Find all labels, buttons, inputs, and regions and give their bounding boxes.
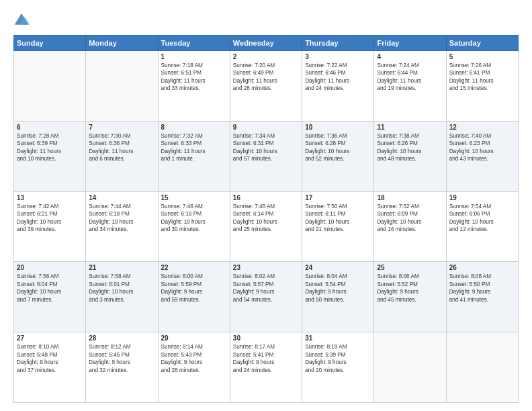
- day-number: 30: [233, 334, 299, 342]
- day-number: 11: [377, 124, 443, 131]
- day-info: Sunrise: 8:00 AMSunset: 5:59 PMDaylight:…: [161, 273, 227, 304]
- day-info: Sunrise: 7:26 AMSunset: 6:41 PMDaylight:…: [449, 62, 515, 93]
- day-number: 4: [377, 53, 443, 60]
- day-number: 14: [89, 194, 154, 201]
- day-info: Sunrise: 7:22 AMSunset: 6:46 PMDaylight:…: [305, 62, 371, 93]
- day-number: 19: [449, 194, 515, 201]
- day-info: Sunrise: 7:36 AMSunset: 6:28 PMDaylight:…: [305, 132, 371, 163]
- day-info: Sunrise: 7:54 AMSunset: 6:06 PMDaylight:…: [449, 203, 515, 234]
- day-number: 10: [305, 124, 371, 131]
- day-info: Sunrise: 7:56 AMSunset: 6:04 PMDaylight:…: [17, 273, 83, 304]
- day-number: 17: [305, 194, 371, 201]
- day-number: 6: [17, 124, 83, 131]
- day-info: Sunrise: 8:14 AMSunset: 5:43 PMDaylight:…: [161, 343, 227, 374]
- day-cell: 22Sunrise: 8:00 AMSunset: 5:59 PMDayligh…: [158, 262, 230, 332]
- day-cell: 15Sunrise: 7:46 AMSunset: 6:16 PMDayligh…: [158, 191, 230, 262]
- day-number: 12: [449, 124, 515, 131]
- day-number: 15: [161, 194, 227, 201]
- page: SundayMondayTuesdayWednesdayThursdayFrid…: [0, 0, 532, 411]
- day-cell: 2Sunrise: 7:20 AMSunset: 6:49 PMDaylight…: [230, 51, 302, 122]
- week-row-1: 1Sunrise: 7:18 AMSunset: 6:51 PMDaylight…: [14, 51, 519, 122]
- day-number: 24: [305, 264, 371, 271]
- day-number: 21: [89, 264, 154, 271]
- day-info: Sunrise: 8:04 AMSunset: 5:54 PMDaylight:…: [305, 273, 371, 304]
- day-info: Sunrise: 7:48 AMSunset: 6:14 PMDaylight:…: [233, 203, 299, 234]
- day-info: Sunrise: 7:52 AMSunset: 6:09 PMDaylight:…: [377, 203, 443, 234]
- day-info: Sunrise: 7:46 AMSunset: 6:16 PMDaylight:…: [161, 203, 227, 234]
- day-number: 31: [305, 334, 371, 342]
- day-info: Sunrise: 8:08 AMSunset: 5:50 PMDaylight:…: [449, 273, 515, 304]
- day-number: 18: [377, 194, 443, 201]
- day-cell: 5Sunrise: 7:26 AMSunset: 6:41 PMDaylight…: [446, 51, 518, 122]
- day-number: 5: [449, 53, 515, 60]
- day-cell: [374, 332, 446, 403]
- day-cell: 27Sunrise: 8:10 AMSunset: 5:48 PMDayligh…: [14, 332, 86, 403]
- day-number: 8: [161, 124, 227, 131]
- day-cell: 26Sunrise: 8:08 AMSunset: 5:50 PMDayligh…: [446, 262, 518, 332]
- day-cell: 20Sunrise: 7:56 AMSunset: 6:04 PMDayligh…: [14, 262, 86, 332]
- day-info: Sunrise: 8:02 AMSunset: 5:57 PMDaylight:…: [233, 273, 299, 304]
- day-number: 29: [161, 334, 227, 342]
- day-info: Sunrise: 8:12 AMSunset: 5:45 PMDaylight:…: [89, 343, 154, 374]
- day-number: 28: [89, 334, 154, 342]
- day-cell: 9Sunrise: 7:34 AMSunset: 6:31 PMDaylight…: [230, 121, 302, 191]
- day-number: 1: [161, 53, 227, 60]
- day-info: Sunrise: 8:10 AMSunset: 5:48 PMDaylight:…: [17, 343, 83, 374]
- logo: [13, 12, 32, 28]
- day-cell: 28Sunrise: 8:12 AMSunset: 5:45 PMDayligh…: [86, 332, 158, 403]
- week-row-3: 13Sunrise: 7:42 AMSunset: 6:21 PMDayligh…: [14, 191, 519, 262]
- calendar-table: SundayMondayTuesdayWednesdayThursdayFrid…: [13, 35, 519, 403]
- day-info: Sunrise: 8:06 AMSunset: 5:52 PMDaylight:…: [377, 273, 443, 304]
- day-cell: 14Sunrise: 7:44 AMSunset: 6:18 PMDayligh…: [86, 191, 158, 262]
- week-row-2: 6Sunrise: 7:28 AMSunset: 6:39 PMDaylight…: [14, 121, 519, 191]
- day-info: Sunrise: 8:19 AMSunset: 5:39 PMDaylight:…: [305, 343, 371, 374]
- col-header-monday: Monday: [86, 36, 158, 51]
- day-number: 16: [233, 194, 299, 201]
- col-header-wednesday: Wednesday: [230, 36, 302, 51]
- day-number: 3: [305, 53, 371, 60]
- day-cell: 21Sunrise: 7:58 AMSunset: 6:01 PMDayligh…: [86, 262, 158, 332]
- header: [13, 12, 519, 28]
- day-info: Sunrise: 7:42 AMSunset: 6:21 PMDaylight:…: [17, 203, 83, 234]
- day-cell: 23Sunrise: 8:02 AMSunset: 5:57 PMDayligh…: [230, 262, 302, 332]
- col-header-thursday: Thursday: [302, 36, 374, 51]
- day-cell: 29Sunrise: 8:14 AMSunset: 5:43 PMDayligh…: [158, 332, 230, 403]
- day-info: Sunrise: 7:34 AMSunset: 6:31 PMDaylight:…: [233, 132, 299, 163]
- col-header-saturday: Saturday: [446, 36, 518, 51]
- day-cell: 8Sunrise: 7:32 AMSunset: 6:33 PMDaylight…: [158, 121, 230, 191]
- day-cell: 4Sunrise: 7:24 AMSunset: 6:44 PMDaylight…: [374, 51, 446, 122]
- day-number: 25: [377, 264, 443, 271]
- day-info: Sunrise: 7:32 AMSunset: 6:33 PMDaylight:…: [161, 132, 227, 163]
- col-header-sunday: Sunday: [14, 36, 86, 51]
- day-cell: [14, 51, 86, 122]
- week-row-5: 27Sunrise: 8:10 AMSunset: 5:48 PMDayligh…: [14, 332, 519, 403]
- day-number: 13: [17, 194, 83, 201]
- day-cell: 3Sunrise: 7:22 AMSunset: 6:46 PMDaylight…: [302, 51, 374, 122]
- day-info: Sunrise: 7:24 AMSunset: 6:44 PMDaylight:…: [377, 62, 443, 93]
- day-number: 22: [161, 264, 227, 271]
- day-cell: 18Sunrise: 7:52 AMSunset: 6:09 PMDayligh…: [374, 191, 446, 262]
- day-cell: [86, 51, 158, 122]
- day-cell: 6Sunrise: 7:28 AMSunset: 6:39 PMDaylight…: [14, 121, 86, 191]
- day-info: Sunrise: 8:17 AMSunset: 5:41 PMDaylight:…: [233, 343, 299, 374]
- week-row-4: 20Sunrise: 7:56 AMSunset: 6:04 PMDayligh…: [14, 262, 519, 332]
- day-info: Sunrise: 7:38 AMSunset: 6:26 PMDaylight:…: [377, 132, 443, 163]
- day-cell: 12Sunrise: 7:40 AMSunset: 6:23 PMDayligh…: [446, 121, 518, 191]
- day-info: Sunrise: 7:40 AMSunset: 6:23 PMDaylight:…: [449, 132, 515, 163]
- day-number: 26: [449, 264, 515, 271]
- day-cell: 10Sunrise: 7:36 AMSunset: 6:28 PMDayligh…: [302, 121, 374, 191]
- day-info: Sunrise: 7:58 AMSunset: 6:01 PMDaylight:…: [89, 273, 154, 304]
- day-info: Sunrise: 7:28 AMSunset: 6:39 PMDaylight:…: [17, 132, 83, 163]
- day-number: 2: [233, 53, 299, 60]
- day-cell: [446, 332, 518, 403]
- day-info: Sunrise: 7:20 AMSunset: 6:49 PMDaylight:…: [233, 62, 299, 93]
- col-header-friday: Friday: [374, 36, 446, 51]
- day-cell: 19Sunrise: 7:54 AMSunset: 6:06 PMDayligh…: [446, 191, 518, 262]
- day-info: Sunrise: 7:18 AMSunset: 6:51 PMDaylight:…: [161, 62, 227, 93]
- day-number: 7: [89, 124, 154, 131]
- day-cell: 30Sunrise: 8:17 AMSunset: 5:41 PMDayligh…: [230, 332, 302, 403]
- day-number: 23: [233, 264, 299, 271]
- day-cell: 31Sunrise: 8:19 AMSunset: 5:39 PMDayligh…: [302, 332, 374, 403]
- day-cell: 17Sunrise: 7:50 AMSunset: 6:11 PMDayligh…: [302, 191, 374, 262]
- day-number: 9: [233, 124, 299, 131]
